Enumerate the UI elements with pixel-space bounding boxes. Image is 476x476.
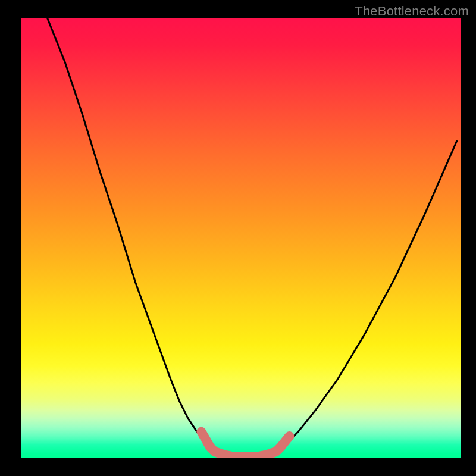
highlight-segment: [201, 432, 289, 457]
watermark-text: TheBottleneck.com: [355, 4, 469, 19]
right-curve: [276, 141, 456, 452]
plot-area: [21, 18, 461, 458]
curve-overlay: [21, 18, 461, 458]
chart-container: TheBottleneck.com: [0, 0, 476, 476]
left-curve: [47, 18, 214, 452]
